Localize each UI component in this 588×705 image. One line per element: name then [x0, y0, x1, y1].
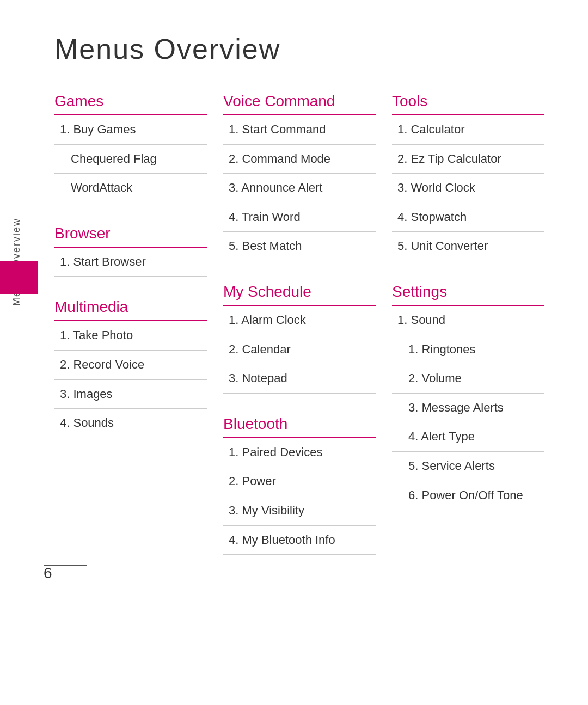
section-header-multimedia: Multimedia — [54, 298, 207, 321]
list-item: 2. Record Voice — [54, 351, 207, 380]
section-voice-command: Voice Command1. Start Command2. Command … — [223, 93, 376, 261]
list-item: 1. Calculator — [392, 115, 544, 145]
list-item: 1. Sound — [392, 306, 544, 335]
list-item: 2. Power — [223, 467, 376, 496]
section-tools: Tools1. Calculator2. Ez Tip Calculator3.… — [392, 93, 544, 261]
section-browser: Browser1. Start Browser — [54, 225, 207, 277]
section-bluetooth: Bluetooth1. Paired Devices2. Power3. My … — [223, 415, 376, 555]
section-header-settings: Settings — [392, 283, 544, 306]
list-item: 1. Start Browser — [54, 248, 207, 277]
section-games: Games1. Buy GamesChequered FlagWordAttac… — [54, 93, 207, 203]
column-3: Tools1. Calculator2. Ez Tip Calculator3.… — [392, 93, 544, 577]
list-item: 1. Paired Devices — [223, 438, 376, 468]
list-item: 6. Power On/Off Tone — [392, 481, 544, 511]
list-item: 4. Train Word — [223, 203, 376, 232]
section-header-tools: Tools — [392, 93, 544, 115]
list-item: 4. Sounds — [54, 409, 207, 438]
list-item: 1. Buy Games — [54, 115, 207, 145]
column-2: Voice Command1. Start Command2. Command … — [223, 93, 376, 577]
list-item: 5. Unit Converter — [392, 232, 544, 261]
page-number: 6 — [44, 565, 52, 582]
list-item: 3. Announce Alert — [223, 174, 376, 203]
section-settings: Settings1. Sound1. Ringtones2. Volume3. … — [392, 283, 544, 510]
section-header-browser: Browser — [54, 225, 207, 248]
section-my-schedule: My Schedule1. Alarm Clock2. Calendar3. N… — [223, 283, 376, 394]
list-item: Chequered Flag — [54, 145, 207, 174]
list-item: 4. Alert Type — [392, 422, 544, 452]
page-container: Menus Overview Games1. Buy GamesChequere… — [0, 0, 588, 609]
list-item: 2. Command Mode — [223, 145, 376, 174]
list-item: 3. Images — [54, 380, 207, 409]
section-header-my-schedule: My Schedule — [223, 283, 376, 306]
side-accent — [0, 261, 38, 294]
list-item: 5. Service Alerts — [392, 452, 544, 481]
section-header-voice-command: Voice Command — [223, 93, 376, 115]
column-1: Games1. Buy GamesChequered FlagWordAttac… — [54, 93, 207, 577]
list-item: 4. Stopwatch — [392, 203, 544, 232]
list-item: 2. Ez Tip Calculator — [392, 145, 544, 174]
content-grid: Games1. Buy GamesChequered FlagWordAttac… — [54, 93, 544, 577]
list-item: 2. Calendar — [223, 335, 376, 365]
list-item: 3. World Clock — [392, 174, 544, 203]
list-item: 3. My Visibility — [223, 496, 376, 526]
list-item: 1. Take Photo — [54, 321, 207, 351]
list-item: 5. Best Match — [223, 232, 376, 261]
list-item: 4. My Bluetooth Info — [223, 526, 376, 555]
list-item: 3. Message Alerts — [392, 394, 544, 423]
list-item: 1. Start Command — [223, 115, 376, 145]
section-header-games: Games — [54, 93, 207, 115]
section-header-bluetooth: Bluetooth — [223, 415, 376, 438]
list-item: WordAttack — [54, 174, 207, 203]
list-item: 1. Alarm Clock — [223, 306, 376, 335]
list-item: 2. Volume — [392, 364, 544, 394]
list-item: 3. Notepad — [223, 364, 376, 394]
section-multimedia: Multimedia1. Take Photo2. Record Voice3.… — [54, 298, 207, 438]
page-title: Menus Overview — [54, 33, 544, 65]
list-item: 1. Ringtones — [392, 335, 544, 365]
